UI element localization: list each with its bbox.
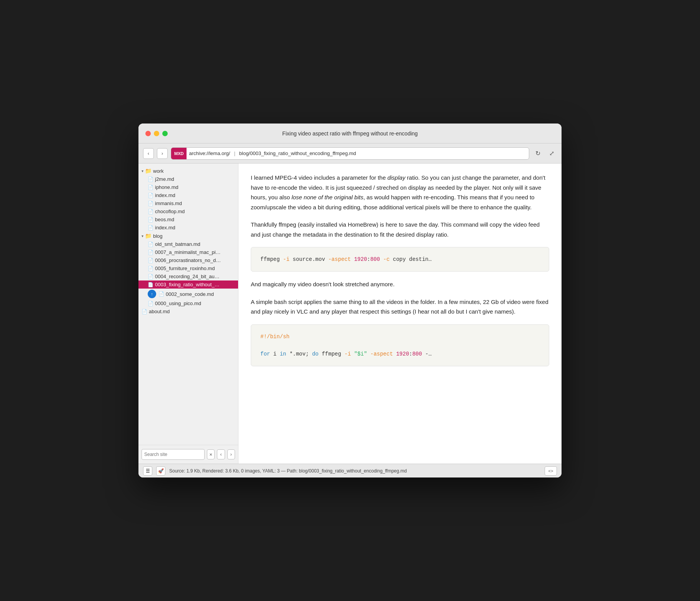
address-bar[interactable]: MXD archive://lema.org/ | blog/0003_fixi… bbox=[171, 147, 529, 160]
refresh-button[interactable]: ↻ bbox=[532, 148, 543, 159]
sidebar-item-j2me[interactable]: 📄 j2me.md bbox=[138, 175, 238, 183]
sidebar-item-label: 0007_a_minimalist_mac_pi… bbox=[155, 249, 221, 255]
sidebar-item-beos[interactable]: 📄 beos.md bbox=[138, 215, 238, 224]
statusbar: ☰ 🚀 Source: 1.9 Kb, Rendered: 3.6 Kb, 0 … bbox=[138, 464, 562, 477]
code-view-button[interactable]: <> bbox=[545, 466, 557, 476]
close-button[interactable] bbox=[145, 131, 151, 136]
titlebar: Fixing video aspect ratio with ffmpeg wi… bbox=[138, 124, 562, 144]
sidebar-search: ✕ ‹ › bbox=[138, 445, 238, 464]
sidebar-item-label: work bbox=[153, 168, 163, 174]
sidebar-item-about[interactable]: 📄 about.md bbox=[138, 307, 238, 316]
rocket-button[interactable]: 🚀 bbox=[156, 466, 165, 476]
file-icon: 📄 bbox=[148, 193, 153, 198]
sidebar-item-0004[interactable]: 📄 0004_recording_24_bit_au… bbox=[138, 272, 238, 280]
file-icon: 📄 bbox=[148, 266, 153, 271]
file-icon: 📄 bbox=[158, 291, 164, 297]
content-paragraph-2: Thankfully ffmpeg (easily installed via … bbox=[251, 220, 549, 239]
code-line-shebang: #!/bin/sh bbox=[260, 332, 540, 341]
fullscreen-button[interactable]: ⤢ bbox=[546, 148, 557, 159]
sidebar-item-index2[interactable]: 📄 index.md bbox=[138, 224, 238, 232]
chevron-down-icon: ▾ bbox=[142, 234, 143, 238]
back-button[interactable]: ‹ bbox=[143, 148, 154, 159]
sidebar-item-0007[interactable]: 📄 0007_a_minimalist_mac_pi… bbox=[138, 248, 238, 256]
sidebar-item-old-smt[interactable]: 📄 old_smt_batman.md bbox=[138, 240, 238, 248]
sidebar-item-label: index.md bbox=[155, 225, 175, 230]
code-block-1: ffmpeg -i source.mov -aspect 1920:800 -c… bbox=[251, 247, 549, 272]
code-line: ffmpeg -i source.mov -aspect 1920:800 -c… bbox=[260, 255, 540, 264]
file-icon: 📄 bbox=[148, 250, 153, 255]
sidebar-item-label: 0004_recording_24_bit_au… bbox=[155, 274, 220, 279]
file-icon: 📄 bbox=[148, 301, 153, 306]
code-line-blank bbox=[260, 341, 540, 349]
list-icon: ☰ bbox=[146, 468, 150, 474]
sidebar-item-label: iphone.md bbox=[155, 184, 178, 190]
sidebar-item-immanis[interactable]: 📄 immanis.md bbox=[138, 199, 238, 207]
window-title: Fixing video aspect ratio with ffmpeg wi… bbox=[282, 130, 418, 137]
code-icon: <> bbox=[548, 469, 553, 473]
status-text: Source: 1.9 Kb, Rendered: 3.6 Kb, 0 imag… bbox=[169, 468, 541, 474]
sidebar-item-label: 0000_using_pico.md bbox=[155, 300, 201, 306]
file-icon: 📄 bbox=[142, 309, 147, 314]
sidebar-item-0005[interactable]: 📄 0005_furniture_roxinho.md bbox=[138, 264, 238, 272]
content-area: I learned MPEG-4 video includes a parame… bbox=[238, 164, 562, 464]
sidebar-item-label: 0005_furniture_roxinho.md bbox=[155, 265, 215, 271]
forward-button[interactable]: › bbox=[157, 148, 168, 159]
url-sep: | bbox=[232, 150, 237, 156]
sidebar-item-0003[interactable]: 📄 0003_fixing_ratio_without_… bbox=[138, 280, 238, 289]
sidebar-item-label: j2me.md bbox=[155, 176, 174, 182]
content-paragraph-3: And magically my video doesn't look stre… bbox=[251, 279, 549, 289]
sidebar-item-0000[interactable]: 📄 0000_using_pico.md bbox=[138, 299, 238, 307]
sidebar-item-index1[interactable]: 📄 index.md bbox=[138, 191, 238, 199]
sidebar-item-label: 0006_procrastinators_no_d… bbox=[155, 257, 221, 263]
sidebar-item-label: immanis.md bbox=[155, 200, 182, 206]
file-icon: 📄 bbox=[148, 185, 153, 190]
upload-icon: ↑ bbox=[148, 290, 156, 298]
sidebar-item-chocoflop[interactable]: 📄 chocoflop.md bbox=[138, 207, 238, 215]
content-paragraph-1: I learned MPEG-4 video includes a parame… bbox=[251, 173, 549, 212]
file-icon: 📄 bbox=[148, 274, 153, 279]
prev-search-button[interactable]: ‹ bbox=[217, 449, 225, 459]
sidebar-item-label: 0002_some_code.md bbox=[166, 291, 214, 297]
sidebar-item-blog-folder[interactable]: ▾ 📁 blog bbox=[138, 232, 238, 240]
search-input[interactable] bbox=[142, 449, 205, 460]
content-paragraph-4: A simple bash script applies the same th… bbox=[251, 297, 549, 317]
sidebar-item-iphone[interactable]: 📄 iphone.md bbox=[138, 183, 238, 191]
file-icon: 📄 bbox=[148, 201, 153, 206]
url-host: archive://lema.org/ bbox=[187, 150, 232, 156]
sidebar-item-label: index.md bbox=[155, 192, 175, 198]
folder-icon: 📁 bbox=[145, 168, 152, 174]
chevron-down-icon: ▾ bbox=[142, 169, 143, 173]
next-search-button[interactable]: › bbox=[227, 449, 235, 459]
sidebar-item-label: beos.md bbox=[155, 217, 174, 222]
mxd-badge: MXD bbox=[171, 148, 187, 159]
file-icon: 📄 bbox=[148, 217, 153, 222]
code-line-for: for i in *.mov; do ffmpeg -i "$i" -aspec… bbox=[260, 350, 540, 358]
sidebar-item-0002[interactable]: ↑ 📄 0002_some_code.md bbox=[138, 289, 238, 299]
sidebar-item-label: about.md bbox=[149, 309, 170, 314]
sidebar: ▾ 📁 work 📄 j2me.md 📄 iphone.md 📄 index.m… bbox=[138, 164, 238, 464]
url-path: blog/0003_fixing_ratio_without_encoding_… bbox=[237, 150, 358, 156]
file-icon: 📄 bbox=[148, 225, 153, 230]
sidebar-item-label: 0003_fixing_ratio_without_… bbox=[155, 282, 220, 287]
file-icon: 📄 bbox=[148, 282, 153, 287]
file-icon: 📄 bbox=[148, 258, 153, 263]
toolbar: ‹ › MXD archive://lema.org/ | blog/0003_… bbox=[138, 144, 562, 164]
minimize-button[interactable] bbox=[154, 131, 159, 136]
sidebar-item-work-folder[interactable]: ▾ 📁 work bbox=[138, 167, 238, 175]
sidebar-item-0006[interactable]: 📄 0006_procrastinators_no_d… bbox=[138, 256, 238, 264]
main-area: ▾ 📁 work 📄 j2me.md 📄 iphone.md 📄 index.m… bbox=[138, 164, 562, 464]
maximize-button[interactable] bbox=[162, 131, 168, 136]
file-icon: 📄 bbox=[148, 177, 153, 182]
sidebar-item-label: chocoflop.md bbox=[155, 209, 185, 214]
list-view-button[interactable]: ☰ bbox=[143, 466, 152, 476]
file-tree: ▾ 📁 work 📄 j2me.md 📄 iphone.md 📄 index.m… bbox=[138, 164, 238, 445]
sidebar-item-label: blog bbox=[153, 233, 163, 239]
file-icon: 📄 bbox=[148, 242, 153, 247]
clear-search-button[interactable]: ✕ bbox=[207, 449, 215, 459]
file-icon: 📄 bbox=[148, 209, 153, 214]
traffic-lights bbox=[145, 131, 168, 136]
code-block-2: #!/bin/sh for i in *.mov; do ffmpeg -i "… bbox=[251, 324, 549, 366]
sidebar-item-label: old_smt_batman.md bbox=[155, 241, 200, 247]
app-window: Fixing video aspect ratio with ffmpeg wi… bbox=[138, 124, 562, 477]
folder-icon: 📁 bbox=[145, 233, 152, 239]
